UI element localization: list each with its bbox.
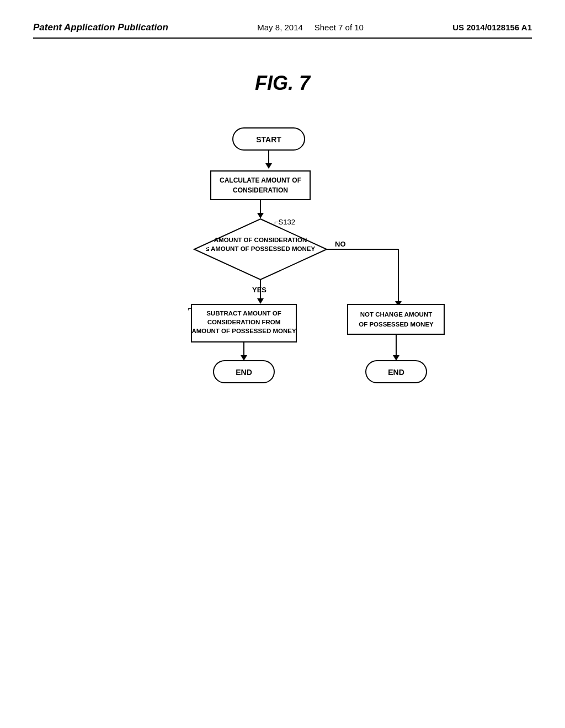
- yes-label: YES: [252, 286, 266, 294]
- s132-label: ⌐S132: [274, 218, 295, 226]
- publication-title: Patent Application Publication: [33, 22, 168, 33]
- svg-text:CONSIDERATION: CONSIDERATION: [233, 186, 288, 194]
- sheet-info: Sheet 7 of 10: [315, 23, 364, 32]
- page-header: Patent Application Publication May 8, 20…: [33, 22, 532, 39]
- svg-marker-19: [393, 355, 399, 361]
- publication-date: May 8, 2014: [257, 23, 303, 32]
- no-label: NO: [335, 240, 346, 248]
- header-center: May 8, 2014 Sheet 7 of 10: [257, 23, 364, 32]
- end1-node: END: [236, 368, 252, 377]
- start-node: START: [256, 135, 281, 144]
- patent-number: US 2014/0128156 A1: [452, 23, 532, 32]
- end2-node: END: [388, 368, 404, 377]
- svg-marker-9: [257, 298, 264, 304]
- s133-line3: AMOUNT OF POSSESSED MONEY: [191, 328, 296, 334]
- flowchart: START ⌐S131 CALCULATE AMOUNT OF CONSIDER…: [89, 122, 476, 497]
- s134-line2: OF POSSESSED MONEY: [359, 321, 434, 328]
- page: Patent Application Publication May 8, 20…: [0, 0, 565, 728]
- s132-diamond-line2: ≤ AMOUNT OF POSSESSED MONEY: [206, 245, 316, 252]
- svg-marker-2: [265, 163, 272, 169]
- s132-diamond-line1: AMOUNT OF CONSIDERATION: [214, 237, 307, 243]
- s133-line2: CONSIDERATION FROM: [207, 319, 281, 325]
- svg-marker-12: [241, 355, 247, 361]
- svg-rect-17: [348, 304, 444, 334]
- svg-marker-6: [257, 213, 264, 218]
- s133-line1: SUBTRACT AMOUNT OF: [206, 310, 281, 317]
- svg-rect-3: [211, 171, 310, 200]
- s134-line1: NOT CHANGE AMOUNT: [360, 311, 433, 318]
- figure-title: FIG. 7: [33, 72, 532, 95]
- s131-node: CALCULATE AMOUNT OF: [220, 176, 301, 184]
